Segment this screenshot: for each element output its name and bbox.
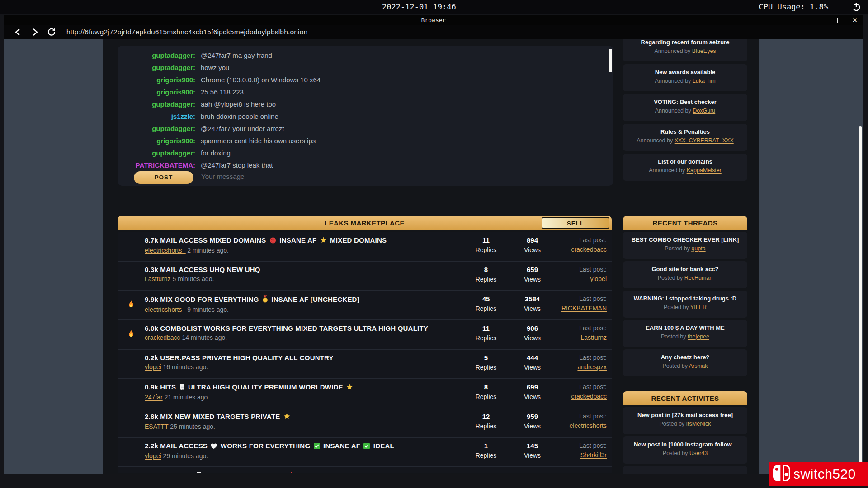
announcement-card[interactable]: New awards availableAnnounced by Luka Ti…: [623, 64, 747, 91]
thread-title[interactable]: 0.2k USER:PASS PRIVATE HIGH QUALITY ALL …: [145, 354, 463, 361]
chat-input-bar: POST Your message: [118, 170, 613, 186]
recent-thread-user-link[interactable]: gupta: [691, 245, 705, 252]
chat-username[interactable]: guptadagger:: [118, 98, 201, 110]
last-post-user-link[interactable]: crackedbacc: [571, 246, 607, 253]
thread-poster-link[interactable]: 247far: [145, 394, 163, 401]
reload-icon[interactable]: [47, 28, 56, 37]
thread-title[interactable]: 6.0k COMBOLIST WORKS FOR EVERYTHING MIXE…: [145, 324, 463, 332]
marketplace-row[interactable]: 0.2k USER:PASS PRIVATE HIGH QUALITY ALL …: [118, 350, 612, 379]
thread-title[interactable]: 0.3k MAIL ACCESS UHQ NEW UHQ: [145, 266, 463, 273]
recent-thread-user-link[interactable]: YILER: [690, 304, 707, 310]
thread-poster-link[interactable]: electricshorts_: [145, 247, 185, 254]
thread-title[interactable]: 2.5k HITS RAR MIXED DOMAINS FRESH: [145, 471, 463, 473]
thread-title[interactable]: 2.2k MAIL ACCESS WORKS FOR EVERYTHING IN…: [145, 442, 463, 450]
marketplace-row[interactable]: 6.0k COMBOLIST WORKS FOR EVERYTHING MIXE…: [118, 320, 612, 350]
maximize-button[interactable]: [837, 18, 843, 23]
recent-thread-card[interactable]: BEST COMBO CHECKER EVER [LINK]Posted by …: [623, 232, 747, 259]
announcement-user-link[interactable]: KappaMeister: [687, 167, 722, 174]
announcement-card[interactable]: VOTING: Best checkerAnnounced by DoxGuru: [623, 94, 747, 121]
chat-username[interactable]: grigoris900:: [118, 74, 201, 86]
recent-thread-card[interactable]: WARNING: i stopped taking drugs :DPosted…: [623, 291, 747, 318]
thread-title[interactable]: 2.8k MIX NEW MIXED TARGETS PRIVATE: [145, 413, 463, 421]
close-button[interactable]: ✕: [852, 16, 858, 24]
recent-thread-card[interactable]: EARN 100 $ A DAY WITH MEPosted by thejep…: [623, 320, 747, 347]
thread-title[interactable]: 8.7k MAIL ACCESS MIXED DOMAINS INSANE AF…: [145, 236, 463, 245]
back-icon[interactable]: [14, 28, 23, 37]
marketplace-row[interactable]: 9.9k MIX GOOD FOR EVERYTHING INSANE AF […: [118, 291, 612, 320]
thread-title[interactable]: 0.9k HITS ULTRA HIGH QUALITY PREMIUM WOR…: [145, 383, 463, 392]
recent-activity-user-link[interactable]: User43: [689, 450, 708, 456]
last-post-label: Last post:: [556, 413, 607, 420]
recent-thread-card[interactable]: Any cheatz here?Posted by Arshiak: [623, 349, 747, 376]
marketplace-row[interactable]: 0.9k HITS ULTRA HIGH QUALITY PREMIUM WOR…: [118, 379, 612, 408]
chat-message-text: @247far7 stop leak that: [201, 161, 273, 169]
announcement-byline: Announced by XXX_CYBERRAT_XXX: [623, 137, 747, 144]
announcement-user-link[interactable]: DoxGuru: [693, 108, 715, 114]
chat-username[interactable]: js1zzle:: [118, 110, 201, 122]
recent-activity-by-label: Posted by: [663, 450, 689, 456]
browser-window: Browser _ ✕ http://6fuwg2j72ojrtd7epkdu6…: [4, 15, 863, 473]
thread-poster-link[interactable]: ylopei: [145, 363, 161, 371]
url-field[interactable]: http://6fuwg2j72ojrtd7epkdu615mshnc4xcb1…: [66, 28, 307, 36]
thread-time: 9 minutes ago.: [185, 306, 229, 313]
row-gutter: [118, 262, 145, 290]
thread-title[interactable]: 9.9k MIX GOOD FOR EVERYTHING INSANE AF […: [145, 295, 463, 304]
last-post-user-link[interactable]: ylopei: [590, 275, 607, 282]
announcement-card[interactable]: Regarding recent forum seizureAnnounced …: [623, 39, 747, 61]
last-post-user-link[interactable]: Sh4rkill3r: [580, 451, 607, 459]
minimize-button[interactable]: _: [825, 14, 829, 22]
thread-poster-link[interactable]: ylopei: [145, 452, 161, 460]
thread-poster-link[interactable]: Lastturnz: [145, 275, 171, 282]
announcement-user-link[interactable]: Luka Tim: [693, 78, 716, 84]
recent-activity-card[interactable]: New post in [27k mail access free]Posted…: [623, 407, 747, 434]
chat-username[interactable]: guptadagger:: [118, 61, 201, 74]
announcement-card[interactable]: Rules & PenaltiesAnnounced by XXX_CYBERR…: [623, 124, 747, 151]
recent-thread-user-link[interactable]: thejepee: [688, 333, 709, 340]
thread-poster-link[interactable]: electricshorts_: [145, 306, 185, 313]
views-label: Views: [509, 364, 556, 371]
window-title: Browser: [4, 17, 863, 23]
thread-time: 25 minutes ago.: [168, 423, 215, 430]
last-post-user-link[interactable]: andrespzx: [577, 363, 607, 371]
forward-icon[interactable]: [30, 28, 39, 37]
chat-message-text: howz you: [201, 64, 229, 71]
power-icon[interactable]: [851, 2, 861, 12]
chat-scrollbar-thumb[interactable]: [609, 49, 612, 72]
chat-username[interactable]: PATRICKBATEMA:: [118, 159, 201, 170]
chat-username[interactable]: guptadagger:: [118, 49, 201, 61]
announcement-user-link[interactable]: XXX_CYBERRAT_XXX: [675, 137, 734, 144]
views-count: 959: [509, 413, 556, 420]
thread-poster-link[interactable]: ESATTT: [145, 423, 168, 430]
chat-username[interactable]: guptadagger:: [118, 147, 201, 159]
marketplace-row[interactable]: 8.7k MAIL ACCESS MIXED DOMAINS INSANE AF…: [118, 232, 612, 262]
thread-main: 0.3k MAIL ACCESS UHQ NEW UHQLastturnz 5 …: [145, 262, 463, 290]
chat-username[interactable]: guptadagger:: [118, 122, 201, 135]
recent-activity-user-link[interactable]: ItsMeNick: [686, 421, 711, 427]
marketplace-row[interactable]: 2.8k MIX NEW MIXED TARGETS PRIVATE ESATT…: [118, 408, 612, 438]
recent-thread-card[interactable]: Good site for bank acc?Posted by RecHuma…: [623, 261, 747, 288]
recent-thread-user-link[interactable]: Arshiak: [689, 363, 708, 369]
announcement-user-link[interactable]: BlueEyes: [692, 48, 716, 54]
last-post-user-link[interactable]: Lastturnz: [580, 334, 607, 341]
post-button[interactable]: POST: [134, 171, 193, 184]
marketplace-row[interactable]: 2.5k HITS RAR MIXED DOMAINS FRESH 14Repl…: [118, 467, 612, 473]
message-input[interactable]: Your message: [201, 173, 244, 180]
last-post-user-link[interactable]: electricshorts_: [566, 422, 607, 429]
last-post-col: Last post:PATRICKBATEMAN: [556, 291, 612, 319]
thread-poster-link[interactable]: crackedbacc: [145, 334, 180, 341]
sell-button[interactable]: SELL: [542, 217, 609, 229]
announcement-card[interactable]: List of our domainsAnnounced by KappaMei…: [623, 154, 747, 181]
chat-username[interactable]: grigoris900:: [118, 86, 201, 98]
recent-thread-user-link[interactable]: RecHuman: [684, 275, 713, 281]
last-post-user-link[interactable]: crackedbacc: [571, 393, 607, 400]
recent-activity-card[interactable]: New post in [1000 instagram follow...Pos…: [623, 436, 747, 464]
page-scrollbar-thumb[interactable]: [859, 126, 862, 474]
replies-count: 45: [463, 295, 509, 303]
leaks-marketplace: LEAKS MARKETPLACE SELL 8.7k MAIL ACCESS …: [118, 216, 612, 473]
marketplace-row[interactable]: 2.2k MAIL ACCESS WORKS FOR EVERYTHING IN…: [118, 438, 612, 467]
replies-label: Replies: [463, 334, 509, 342]
recent-activity-title: New post in [27k mail access free]: [623, 412, 747, 418]
last-post-user-link[interactable]: PATRICKBATEMAN: [561, 305, 607, 312]
chat-username[interactable]: grigoris900:: [118, 135, 201, 147]
marketplace-row[interactable]: 0.3k MAIL ACCESS UHQ NEW UHQLastturnz 5 …: [118, 262, 612, 291]
